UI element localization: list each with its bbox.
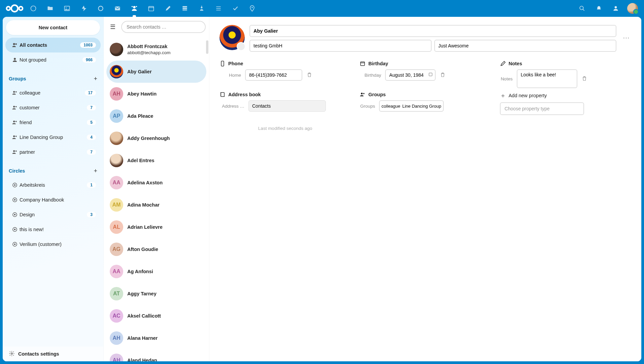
list-item[interactable]: AGAfton Goudie (106, 238, 206, 260)
contact-name: Aggy Tarney (127, 291, 157, 297)
add-property-section: ＋ Add new property Choose property type (500, 92, 631, 115)
contact-name: Aby Galier (127, 69, 152, 75)
list-item[interactable]: AHAlana Harner (106, 327, 206, 349)
scrollbar[interactable] (206, 40, 208, 54)
nav-label: this is new! (20, 227, 44, 232)
files-icon[interactable] (42, 0, 59, 17)
nav-count: 1003 (80, 42, 96, 48)
svg-point-23 (15, 91, 17, 93)
group-tag[interactable]: Line Dancing Group (402, 104, 441, 109)
list-item[interactable]: AHAland Hedan (106, 349, 206, 361)
nav-label: Arbeitskreis (20, 182, 45, 188)
nav-count: 4 (87, 135, 96, 140)
contacts-settings-button[interactable]: Contacts settings (3, 347, 103, 361)
talk-icon[interactable] (92, 0, 109, 17)
svg-rect-44 (361, 62, 365, 66)
nav-group-item[interactable]: friend5 (5, 115, 101, 130)
list-item[interactable]: Adel Entres (106, 149, 206, 172)
nav-circle-item[interactable]: Arbeitskreis1 (5, 178, 101, 192)
search-icon[interactable] (575, 0, 589, 17)
deck-icon[interactable] (176, 0, 193, 17)
notifications-icon[interactable] (591, 0, 606, 17)
add-group-button[interactable]: + (94, 75, 97, 82)
cospend-icon[interactable] (193, 0, 210, 17)
user-contacts-icon[interactable] (608, 0, 623, 17)
nav-count: 7 (87, 149, 96, 155)
tasks-icon[interactable] (227, 0, 244, 17)
user-avatar[interactable] (625, 0, 640, 17)
header-right (575, 0, 640, 17)
nav-group-item[interactable]: customer7 (5, 100, 101, 115)
group-icon (10, 42, 20, 48)
list-item[interactable]: ACAksel Callicott (106, 305, 206, 327)
nav-circle-item[interactable]: this is new! (5, 222, 101, 237)
pencil-icon (500, 61, 506, 67)
list-item[interactable]: AMAdina Mochar (106, 194, 206, 216)
photos-icon[interactable] (59, 0, 75, 17)
new-contact-button[interactable]: New contact (6, 20, 100, 35)
nav-label: colleague (20, 90, 40, 96)
svg-point-1 (6, 7, 10, 10)
delete-notes-button[interactable] (579, 74, 589, 84)
nextcloud-logo[interactable] (4, 3, 25, 13)
list-item[interactable]: Abbott Frontczakabbott@techapp.com (106, 38, 206, 61)
property-type-select[interactable]: Choose property type (500, 102, 584, 115)
avatar: AH (110, 354, 123, 361)
phone-value-field[interactable] (245, 69, 302, 81)
nav-count: 5 (87, 120, 96, 125)
list-item[interactable]: Addy Greenhough (106, 127, 206, 149)
notes-icon[interactable] (160, 0, 176, 17)
avatar-edit-badge[interactable] (237, 42, 245, 51)
nav-label: friend (20, 120, 32, 125)
phone-type-select[interactable]: Home (219, 73, 243, 78)
mail-icon[interactable] (109, 0, 126, 17)
search-input[interactable] (121, 21, 206, 33)
avatar: AA (110, 265, 123, 278)
groups-tags-input[interactable]: colleagueLine Dancing Group (379, 100, 443, 112)
list-item[interactable]: AAAdelina Axston (106, 172, 206, 194)
svg-point-37 (14, 214, 16, 216)
company-field[interactable] (249, 40, 432, 52)
nav-count: 966 (82, 57, 96, 63)
full-name-field[interactable] (249, 25, 616, 37)
list-item[interactable]: ATAggy Tarney (106, 283, 206, 305)
nav-toggle-icon[interactable]: ☰ (107, 21, 118, 33)
svg-point-31 (15, 150, 17, 152)
add-property-button[interactable]: ＋ Add new property (500, 92, 631, 100)
group-tag[interactable]: colleague (381, 104, 400, 109)
circles-header: Circles + (3, 164, 103, 178)
svg-rect-11 (149, 6, 154, 11)
calendar-icon[interactable] (143, 0, 160, 17)
contact-avatar[interactable] (219, 25, 245, 50)
nav-circle-item[interactable]: Company Handbook (5, 192, 101, 207)
content: New contact All contacts 1003 Not groupe… (3, 17, 641, 361)
list-item[interactable]: APAda Pleace (106, 105, 206, 127)
nav-circle-item[interactable]: Design3 (5, 207, 101, 222)
nav-all-contacts[interactable]: All contacts 1003 (5, 38, 101, 52)
nav-circle-item[interactable]: Verilium (customer) (5, 237, 101, 252)
delete-birthday-button[interactable] (438, 70, 448, 80)
svg-rect-43 (221, 61, 224, 66)
list-item[interactable]: AAAg Anfonsi (106, 260, 206, 283)
activity-icon[interactable] (75, 0, 92, 17)
add-circle-button[interactable]: + (94, 168, 97, 175)
list-item[interactable]: AHAbey Hawtin (106, 83, 206, 105)
lists-icon[interactable] (210, 0, 227, 17)
list-item[interactable]: Aby Galier (106, 61, 206, 83)
delete-phone-button[interactable] (304, 70, 314, 80)
left-nav: New contact All contacts 1003 Not groupe… (3, 17, 104, 361)
dashboard-icon[interactable] (25, 0, 42, 17)
nav-group-item[interactable]: colleague17 (5, 85, 101, 100)
maps-icon[interactable] (244, 0, 261, 17)
date-picker-icon[interactable] (428, 72, 433, 78)
title-field[interactable] (434, 40, 616, 52)
nav-group-item[interactable]: partner7 (5, 145, 101, 159)
nav-group-item[interactable]: Line Dancing Group4 (5, 130, 101, 145)
nav-not-grouped[interactable]: Not grouped 966 (5, 52, 101, 67)
addressbook-select[interactable]: Contacts (248, 100, 326, 112)
notes-field[interactable]: Looks like a bee! (517, 69, 577, 88)
list-item[interactable]: ALAdrian Lelievre (106, 216, 206, 238)
contacts-icon[interactable] (126, 0, 143, 17)
avatar (110, 65, 123, 78)
more-actions-button[interactable]: ⋯ (621, 25, 631, 42)
